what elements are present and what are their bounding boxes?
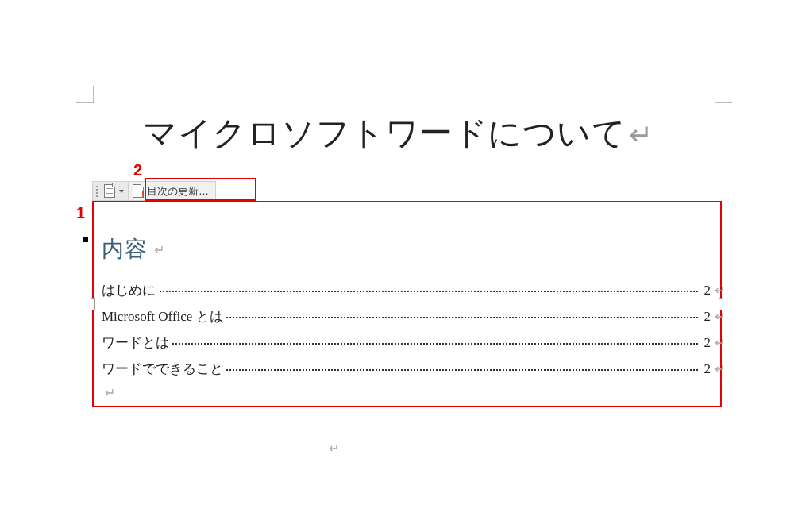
toc-entry[interactable]: ワードでできること 2 ↵ [102,356,711,382]
paragraph-mark-icon: ↵ [715,277,725,303]
document-title[interactable]: マイクロソフトワードについて↵ [143,111,654,156]
paragraph-mark-icon: ↵ [329,441,339,456]
toc-entry[interactable]: はじめに 2 ↵ [102,277,711,303]
toc-entry-page: 2 [700,330,711,356]
paragraph-mark-icon: ↵ [715,356,725,382]
toc-entry-page: 2 [700,277,711,303]
toc-entry[interactable]: ワードとは 2 ↵ [102,330,711,356]
toc-list: はじめに 2 ↵ Microsoft Office とは 2 ↵ ワードとは 2… [102,277,711,382]
toc-toolbar: ! 目次の更新… [92,181,216,201]
document-title-text: マイクロソフトワードについて [143,115,626,152]
toc-entry-title: ワードでできること [102,356,226,382]
paragraph-mark-icon: ↵ [629,119,654,151]
leader-dots [102,291,711,292]
chevron-down-icon [119,190,124,193]
toc-field[interactable]: 内容 ↵ はじめに 2 ↵ Microsoft Office とは 2 ↵ [92,201,722,407]
update-toc-label: 目次の更新… [147,184,209,199]
toc-entry-title: ワードとは [102,330,172,356]
paragraph-mark-icon: ↵ [105,385,115,400]
text-caret [148,233,148,260]
leader-dots [102,343,711,345]
annotation-label-2: 2 [133,162,142,178]
toc-entry-page: 2 [700,303,711,330]
refresh-page-icon: ! [133,184,144,198]
toc-entry[interactable]: Microsoft Office とは 2 ↵ [102,303,711,330]
update-toc-button[interactable]: ! 目次の更新… [129,181,216,201]
anchor-marker-icon [83,237,88,242]
paragraph-mark-icon: ↵ [715,330,725,356]
annotation-label-1: 1 [76,205,85,221]
crop-mark-tl [76,86,94,103]
toc-entry-page: 2 [700,356,711,382]
toc-style-dropdown[interactable] [100,181,129,201]
crop-mark-tr [715,86,732,103]
paragraph-mark-icon: ↵ [715,303,725,330]
paragraph-mark-icon: ↵ [154,242,164,257]
toolbar-grip-icon[interactable] [92,181,100,201]
toc-entry-title: はじめに [102,277,159,303]
toc-entry-title: Microsoft Office とは [102,303,226,330]
page-icon [104,184,115,198]
toc-heading[interactable]: 内容 [102,234,148,264]
